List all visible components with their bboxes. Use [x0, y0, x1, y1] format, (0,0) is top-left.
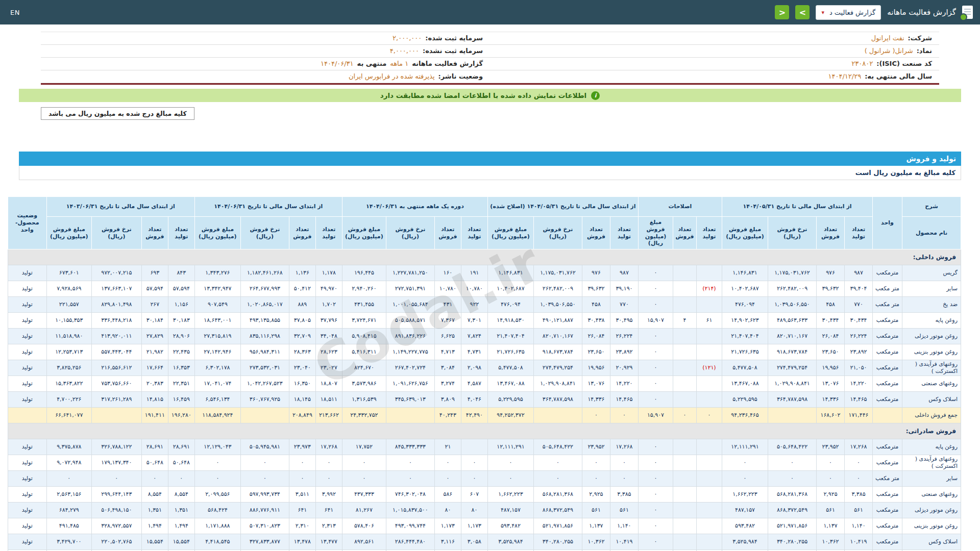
- info-value: ۱ ماهه: [390, 60, 408, 67]
- value-cell: ۵۵۷,۴۴۳,۰۴۴: [91, 344, 141, 360]
- prev-report-button[interactable]: <: [775, 5, 789, 19]
- value-cell: ۱,۱۸۲,۴۶۱,۲۶۸: [240, 265, 289, 281]
- value-cell: ۱۰,۳۶۲: [817, 534, 845, 550]
- value-cell: ۴۸۹,۵۶۳,۶۳۳: [768, 313, 817, 329]
- unit-cell: مترمکعب: [873, 329, 902, 344]
- value-cell: ۱,۰۲۰,۸۶۵,۰۱۷: [240, 297, 289, 313]
- value-cell: ۱۰,۴۰۲,۶۸۷: [487, 281, 533, 297]
- value-cell: [696, 487, 722, 503]
- value-cell: ۷۴۶,۳۰۲,۰۴۸: [386, 487, 434, 503]
- value-cell: ۲۱,۷۲۶,۶۳۵: [722, 344, 768, 360]
- value-cell: ۲۸,۹۰۶: [168, 329, 194, 344]
- value-cell: [673, 297, 696, 313]
- value-cell: ۱۷,۶۶۴: [141, 360, 168, 376]
- product-name-cell: روغن پایه: [902, 313, 961, 329]
- value-cell: ۲۲,۴۳۵: [168, 344, 194, 360]
- language-en-link[interactable]: EN: [7, 9, 23, 16]
- value-cell: ۶۴۱: [289, 503, 315, 518]
- value-cell: [673, 329, 696, 344]
- production-table-wrap: Codal.ir شرحواحداز ابتدای سال مالی تا تا…: [19, 196, 961, 551]
- value-cell: ۴,۰۴۶: [461, 392, 487, 408]
- value-cell: ۲۴,۳۳۲,۷۵۲: [342, 408, 386, 423]
- value-cell: ۲,۰۹۸: [461, 360, 487, 376]
- section-row: فروش صادراتی:: [8, 423, 961, 439]
- value-cell: ۳,۹۹۲: [315, 487, 342, 503]
- value-cell: ۰: [240, 455, 289, 471]
- value-cell: [673, 344, 696, 360]
- value-cell: ۴۵۸: [817, 297, 845, 313]
- value-cell: ۱۲,۱۲۹,۰۴۳: [194, 439, 240, 455]
- unit-cell: مترمکعب: [873, 439, 902, 455]
- value-cell: ۰: [342, 455, 386, 471]
- value-cell: (۱۲۱): [696, 360, 722, 376]
- product-name-cell: گریس: [902, 265, 961, 281]
- value-cell: ۳۳۶,۴۴۸,۲۱۸: [91, 313, 141, 329]
- info-label: گزارش فعالیت ماهانه: [412, 60, 483, 67]
- info-icon: i: [591, 91, 600, 100]
- value-cell: ۳۲۷,۸۳۳,۸۷۷: [240, 534, 289, 550]
- status-cell: تولید: [8, 344, 46, 360]
- status-cell: تولید: [8, 439, 46, 455]
- value-cell: ۸۰: [434, 503, 461, 518]
- value-cell: ۷,۹۲۸,۵۶۹: [46, 281, 91, 297]
- value-cell: ۲۲۰,۵۰۲,۷۶۵: [91, 534, 141, 550]
- value-cell: ۸,۵۵۴: [141, 487, 168, 503]
- value-cell: ۸۶۸,۳۷۲,۵۴۹: [533, 503, 582, 518]
- value-cell: ۷,۸۲۴: [461, 329, 487, 344]
- value-cell: ۱,۱۴۰: [845, 518, 873, 534]
- value-cell: [673, 503, 696, 518]
- value-cell: ۵۲۱,۹۷۱,۸۵۶: [768, 518, 817, 534]
- report-type-dropdown[interactable]: گزارش فعالیت د ▾: [816, 5, 881, 20]
- value-cell: ۱۰,۴۱۹: [610, 534, 638, 550]
- company-info-row: نماد:شرانل( شرانول )سرمایه ثبت نشده:۴,۰۰…: [41, 45, 939, 58]
- value-cell: ۱۷,۲۶۸: [610, 439, 638, 455]
- value-cell: ۱,۴۹۴: [168, 518, 194, 534]
- value-cell: ۰: [696, 408, 722, 423]
- value-cell: ۲۳,۸۹۲: [610, 344, 638, 360]
- value-cell: ۲۱: [434, 439, 461, 455]
- value-cell: ۳۲۸,۹۷۲,۵۵۷: [91, 518, 141, 534]
- value-cell: [240, 408, 289, 423]
- report-document-icon[interactable]: [962, 6, 973, 19]
- info-value: ۲۳۰۸۰۲: [851, 60, 873, 67]
- product-name-cell: روغن پایه: [902, 439, 961, 455]
- table-row: روغنهای صنعتیمترمکعب۳,۳۸۵۲,۹۲۵۵۶۸,۲۸۱,۳۶…: [8, 487, 961, 503]
- value-cell: ۳۹,۴۰۴: [845, 281, 873, 297]
- value-cell: ۳۹,۶۳۲: [582, 281, 610, 297]
- product-name-cell: روغن موتور دیزلی: [902, 503, 961, 518]
- value-cell: ۱,۰۳۹,۵۰۶,۵۵۰: [533, 297, 582, 313]
- value-cell: ۱,۰۹۱,۶۲۶,۷۵۶: [386, 376, 434, 392]
- value-cell: ۳,۴۲۹,۷۰۰: [46, 534, 91, 550]
- unit-cell: متر مکعب: [873, 471, 902, 487]
- unit-cell: مترمکعب: [873, 376, 902, 392]
- value-cell: [673, 281, 696, 297]
- info-value: ۲,۰۰۰,۰۰۰: [393, 34, 422, 42]
- value-cell: ۱۵,۵۵۴: [168, 534, 194, 550]
- value-cell: ۱۳,۴۶۷,۰۸۸: [487, 376, 533, 392]
- value-cell: ۰: [461, 471, 487, 487]
- report-type-dropdown-value: گزارش فعالیت د: [829, 9, 875, 16]
- value-cell: ۵,۲۲۹,۵۹۵: [487, 392, 533, 408]
- value-cell: ۵۷,۵۹۴: [168, 281, 194, 297]
- value-cell: ۲۲۱,۵۵۷: [46, 297, 91, 313]
- next-report-button[interactable]: >: [795, 5, 810, 19]
- sub-column-header: مبلغ فروش (میلیون ریال): [722, 217, 768, 249]
- value-cell: ۴۳۷,۳۳۳: [342, 487, 386, 503]
- value-cell: ۵۹۷,۹۹۳,۷۳۴: [240, 487, 289, 503]
- value-cell: ۲۷۴,۴۷۹,۲۵۴: [768, 360, 817, 376]
- value-cell: ۱,۱۷۸: [315, 265, 342, 281]
- value-cell: ۱,۴۹۴: [141, 518, 168, 534]
- value-cell: ۰: [487, 471, 533, 487]
- value-cell: ۸۸۹: [289, 297, 315, 313]
- value-cell: ۲۸,۶۲۳: [315, 344, 342, 360]
- value-cell: ۲۰,۹۲۹: [610, 360, 638, 376]
- value-cell: ۴۹۰,۱۲۱,۸۸۷: [533, 313, 582, 329]
- value-cell: ۳۶۰,۷۶۷,۹۲۵: [240, 392, 289, 408]
- unit-cell: مترمکعب: [873, 487, 902, 503]
- value-cell: ۳۴,۰۴۸: [315, 329, 342, 344]
- value-cell: ۳,۷۲۴,۶۷۱: [342, 313, 386, 329]
- value-cell: ۱۳,۰۷۶: [582, 376, 610, 392]
- value-cell: ۸۲۰,۷۱۰,۱۶۷: [533, 329, 582, 344]
- value-cell: ۱۳۷,۶۶۳,۱۰۷: [91, 281, 141, 297]
- status-header: وضعیت محصول-واحد: [8, 197, 46, 249]
